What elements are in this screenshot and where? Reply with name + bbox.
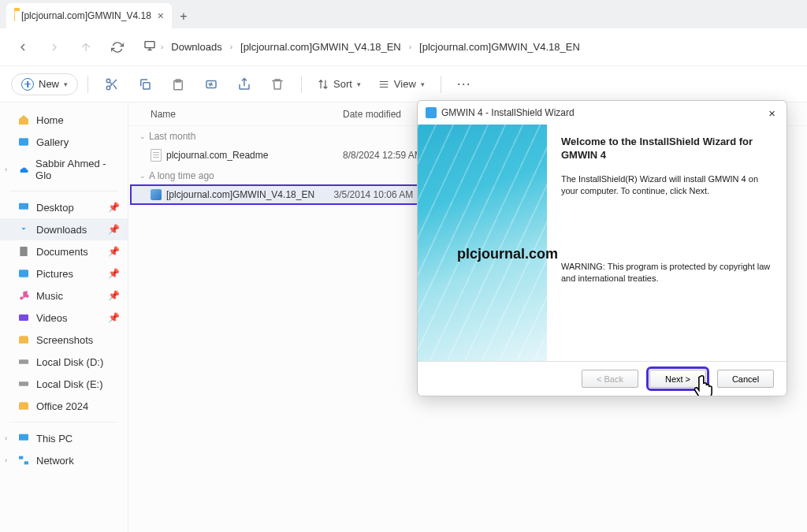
svg-rect-7 [19,138,28,145]
svg-rect-14 [19,359,28,363]
sidebar-item-diske[interactable]: Local Disk (E:) [0,373,128,395]
breadcrumb-item[interactable]: [plcjournal.com]GMWIN_V4.18_EN [416,39,583,54]
sidebar-item-pictures[interactable]: Pictures📌 [0,262,128,285]
sidebar-item-gallery[interactable]: Gallery [0,131,128,153]
pin-icon: 📌 [108,268,120,279]
tab-title: [plcjournal.com]GMWIN_V4.18 [21,10,151,21]
wizard-body: plcjournal.com Welcome to the InstallShi… [418,125,787,361]
label: Office 2024 [36,400,88,412]
new-button[interactable]: New ▾ [11,73,78,95]
wizard-main: Welcome to the InstallShield Wizard for … [547,125,787,361]
delete-button[interactable] [263,71,292,98]
wizard-title: GMWIN 4 - InstallShield Wizard [441,107,575,118]
label: Music [36,290,63,302]
sidebar-item-onedrive[interactable]: ›Sabbir Ahmed - Glo [0,153,128,186]
svg-rect-18 [24,461,28,464]
group-label: Last month [149,131,195,142]
breadcrumb-item[interactable]: [plcjournal.com]GMWIN_V4.18_EN [237,39,404,54]
sidebar-item-thispc[interactable]: ›This PC [0,427,128,449]
copy-button[interactable] [131,71,159,98]
sidebar-item-videos[interactable]: Videos📌 [0,307,128,329]
sidebar-item-screenshots[interactable]: Screenshots [0,329,128,351]
chevron-icon: › [230,43,232,51]
divider [441,76,441,93]
tab-bar: [plcjournal.com]GMWIN_V4.18 × + [0,0,807,28]
svg-rect-3 [143,82,150,88]
sidebar-item-office[interactable]: Office 2024 [0,395,128,417]
sidebar-item-diskd[interactable]: Local Disk (D:) [0,351,128,373]
wizard-warning: WARNING: This program is protected by co… [561,261,772,285]
share-button[interactable] [230,71,258,98]
back-button[interactable]: < Back [582,370,638,388]
divider [87,76,88,93]
sidebar-item-music[interactable]: Music📌 [0,285,128,307]
breadcrumb: › Downloads › [plcjournal.com]GMWIN_V4.1… [143,39,796,54]
chevron-icon: › [5,434,7,442]
exe-icon [151,189,162,200]
tab-close-icon[interactable]: × [158,9,164,22]
chevron-icon: › [161,43,163,51]
breadcrumb-item[interactable]: Downloads [168,39,225,54]
close-icon[interactable]: × [765,106,779,120]
chevron-down-icon: ▾ [421,80,425,88]
sidebar-item-network[interactable]: ›Network [0,449,128,471]
wizard-intro: The InstallShield(R) Wizard will install… [561,173,772,198]
file-row-selected[interactable]: [plcjournal.com]GMWIN_V4.18_EN 3/5/2014 … [130,184,439,205]
wizard-titlebar[interactable]: GMWIN 4 - InstallShield Wizard × [418,101,787,125]
more-button[interactable]: ··· [451,76,478,92]
pin-icon: 📌 [108,224,120,235]
label: Network [36,455,74,467]
svg-rect-17 [19,456,23,459]
label: Downloads [36,224,87,236]
sort-button[interactable]: Sort ▾ [311,74,367,94]
col-name[interactable]: Name [151,109,343,120]
rename-button[interactable] [197,71,225,98]
window-tab[interactable]: [plcjournal.com]GMWIN_V4.18 × [6,3,172,28]
divider [301,76,302,93]
label: Videos [36,312,68,324]
file-name: [plcjournal.com]GMWIN_V4.18_EN [166,189,314,200]
paste-button[interactable] [164,71,192,98]
app-icon [426,107,437,118]
sidebar-item-home[interactable]: Home [0,109,128,131]
svg-point-1 [106,79,110,83]
group-label: A long time ago [149,170,214,181]
view-label: View [394,78,416,90]
sidebar: Home Gallery ›Sabbir Ahmed - Glo Desktop… [0,102,128,532]
toolbar: New ▾ Sort ▾ View ▾ ··· [0,66,807,102]
new-tab-button[interactable]: + [172,5,195,28]
pin-icon: 📌 [108,290,120,301]
svg-rect-16 [19,434,28,441]
svg-point-12 [26,295,29,298]
label: Local Disk (D:) [36,356,103,368]
label: Home [36,114,64,126]
chevron-icon: › [5,166,7,173]
file-list: Name Date modified Type Size ⌄Last month… [128,102,807,532]
svg-rect-13 [19,314,28,321]
svg-point-11 [20,296,23,299]
cancel-button[interactable]: Cancel [717,370,774,388]
label: Pictures [36,268,73,280]
install-wizard: GMWIN 4 - InstallShield Wizard × plcjour… [417,100,787,396]
sidebar-item-downloads[interactable]: Downloads📌 [0,218,128,240]
folder-icon [14,10,15,21]
label: Sabbir Ahmed - Glo [35,158,120,181]
label: Gallery [36,136,69,148]
forward-button[interactable] [43,35,66,59]
svg-rect-8 [19,203,28,210]
main-area: Home Gallery ›Sabbir Ahmed - Glo Desktop… [0,102,807,532]
view-button[interactable]: View ▾ [372,74,431,94]
cut-button[interactable] [98,71,126,98]
sidebar-item-documents[interactable]: Documents📌 [0,240,128,262]
chevron-down-icon: ▾ [357,80,361,88]
pin-icon: 📌 [108,246,120,257]
refresh-button[interactable] [106,35,129,59]
sidebar-item-desktop[interactable]: Desktop📌 [0,196,128,218]
back-button[interactable] [11,35,35,59]
pin-icon: 📌 [108,312,120,323]
svg-rect-10 [19,270,28,277]
next-button[interactable]: Next > [649,370,706,388]
chevron-down-icon: ⌄ [139,172,146,180]
up-button[interactable] [74,35,98,59]
label: Documents [36,246,88,258]
